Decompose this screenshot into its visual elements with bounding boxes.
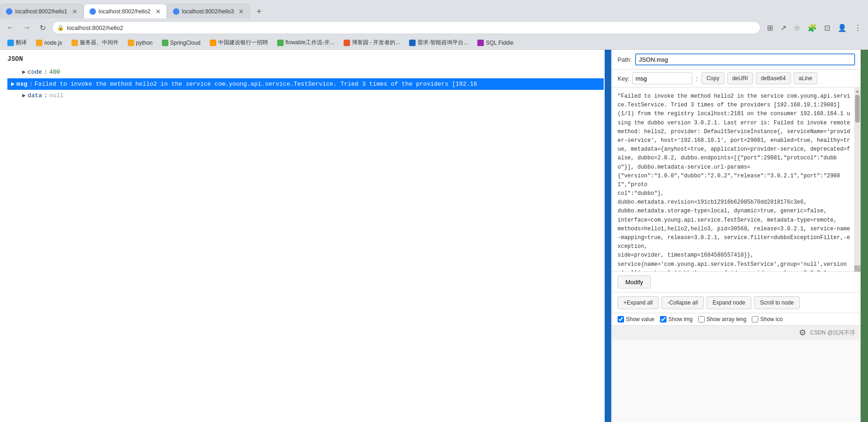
address-bar[interactable]: 🔒 localhost:8002/hello2 bbox=[52, 21, 761, 34]
bookmark-label-cnblogs: 博客园 - 开发者的... bbox=[352, 39, 400, 47]
path-row: Path: bbox=[612, 50, 861, 70]
bookmark-label-python: python bbox=[136, 40, 153, 46]
modify-button[interactable]: Modify bbox=[618, 275, 651, 288]
bookmark-python[interactable]: python bbox=[124, 39, 156, 47]
url-display: localhost:8002/hello2 bbox=[67, 24, 755, 31]
translate-icon-btn[interactable]: ⊞ bbox=[764, 22, 776, 34]
bookmark-nodejs[interactable]: node.js bbox=[32, 39, 66, 47]
key-input[interactable] bbox=[632, 72, 692, 84]
bookmark-sqlfiddle[interactable]: SQL Fiddle bbox=[474, 39, 517, 47]
tab-label-3: localhost:8002/hello3 bbox=[182, 8, 234, 15]
tab-hello1[interactable]: localhost:8002/hello1 ✕ bbox=[0, 4, 83, 18]
reload-button[interactable]: ↻ bbox=[37, 22, 48, 34]
tab-favicon-2 bbox=[89, 8, 96, 15]
tab-bar: localhost:8002/hello1 ✕ localhost:8002/h… bbox=[0, 0, 868, 18]
back-button[interactable]: ← bbox=[4, 22, 17, 34]
deuri-button[interactable]: deURI bbox=[727, 72, 753, 84]
bookmark-needs[interactable]: 需求-智能咨询平台... bbox=[405, 38, 472, 47]
path-label: Path: bbox=[618, 56, 631, 63]
debase64-button[interactable]: deBase64 bbox=[756, 72, 791, 84]
collapse-all-button[interactable]: -Collapse all bbox=[661, 296, 704, 309]
bookmark-favicon-translate bbox=[7, 40, 14, 46]
bookmark-server[interactable]: 服务器、中间件 bbox=[68, 38, 122, 47]
bookmarks-bar: 翻译 node.js 服务器、中间件 python SpringCloud 中国… bbox=[0, 37, 868, 50]
expand-row: +Expand all -Collapse all Expand node Sc… bbox=[612, 293, 861, 313]
option-show-value[interactable]: Show value bbox=[618, 316, 654, 322]
address-bar-actions: ⊞ ↗ ☆ 🧩 ⊡ 👤 ⋮ bbox=[764, 22, 864, 34]
scroll-to-node-button[interactable]: Scroll to node bbox=[754, 296, 800, 309]
profile-btn[interactable]: 👤 bbox=[835, 22, 850, 34]
msg-expand-arrow[interactable]: ▶ bbox=[11, 80, 15, 89]
right-edge-bar bbox=[861, 50, 868, 422]
show-array-leng-checkbox[interactable] bbox=[698, 316, 705, 322]
bookmark-favicon-flowable bbox=[277, 40, 284, 46]
modify-row: Modify bbox=[612, 272, 861, 293]
tab-label-1: localhost:8002/hello1 bbox=[15, 8, 67, 15]
data-expand-arrow[interactable]: ▶ bbox=[22, 91, 26, 100]
option-show-img[interactable]: Show img bbox=[660, 316, 693, 322]
tab-hello2[interactable]: localhost:8002/hello2 ✕ bbox=[83, 4, 167, 18]
aline-button[interactable]: aLine bbox=[794, 72, 817, 84]
more-btn[interactable]: ⋮ bbox=[851, 22, 864, 34]
tab-close-3[interactable]: ✕ bbox=[238, 8, 244, 15]
path-input[interactable] bbox=[635, 53, 855, 65]
scroll-thumb[interactable] bbox=[855, 95, 860, 123]
code-key: code bbox=[28, 68, 42, 77]
json-row-msg[interactable]: ▶ msg : Failed to invoke the method hell… bbox=[7, 78, 604, 90]
copy-button[interactable]: Copy bbox=[702, 72, 725, 84]
key-separator: : bbox=[696, 75, 698, 82]
bookmark-favicon-sqlfiddle bbox=[477, 40, 484, 46]
gear-icon[interactable]: ⚙ bbox=[799, 328, 806, 338]
bookmark-favicon-nodejs bbox=[36, 40, 42, 46]
value-scrollbar[interactable]: ▲ ▼ bbox=[854, 88, 861, 272]
json-panel-title: JSON bbox=[7, 55, 604, 63]
lock-icon: 🔒 bbox=[57, 24, 64, 31]
scroll-up[interactable]: ▲ bbox=[855, 88, 860, 93]
bookmark-label-springcloud: SpringCloud bbox=[170, 40, 201, 46]
data-value: null bbox=[49, 91, 64, 100]
bookmark-btn[interactable]: ☆ bbox=[791, 22, 803, 34]
extensions-btn[interactable]: 🧩 bbox=[805, 22, 820, 34]
show-ico-label: Show ico bbox=[760, 316, 783, 322]
bookmark-label-needs: 需求-智能咨询平台... bbox=[417, 39, 468, 47]
tab-close-1[interactable]: ✕ bbox=[72, 8, 77, 15]
bookmark-favicon-springcloud bbox=[162, 40, 168, 46]
value-display: "Failed to invoke the method hello2 in t… bbox=[612, 88, 861, 272]
option-show-ico[interactable]: Show ico bbox=[752, 316, 783, 322]
expand-all-button[interactable]: +Expand all bbox=[618, 296, 659, 309]
code-expand-arrow[interactable]: ▶ bbox=[22, 68, 26, 77]
browser-chrome: localhost:8002/hello1 ✕ localhost:8002/h… bbox=[0, 0, 868, 50]
bookmark-ccb[interactable]: 中国建设银行一招聘 bbox=[206, 38, 272, 47]
bottom-bar: ⚙ CSDN @沉河不浮 bbox=[612, 325, 861, 340]
show-value-label: Show value bbox=[626, 316, 654, 322]
bookmark-translate[interactable]: 翻译 bbox=[4, 38, 30, 47]
bookmark-favicon-cnblogs bbox=[344, 40, 350, 46]
bookmark-flowable[interactable]: flowable工作流-开... bbox=[273, 38, 338, 47]
tab-close-2[interactable]: ✕ bbox=[155, 8, 161, 15]
bookmark-label-ccb: 中国建设银行一招聘 bbox=[218, 39, 268, 47]
options-row: Show value Show img Show array leng Show… bbox=[612, 313, 861, 325]
bookmark-springcloud[interactable]: SpringCloud bbox=[158, 39, 204, 47]
option-show-array-leng[interactable]: Show array leng bbox=[698, 316, 747, 322]
json-row-data: ▶ data : null bbox=[7, 90, 604, 102]
bookmark-favicon-python bbox=[128, 40, 134, 46]
show-img-label: Show img bbox=[668, 316, 693, 322]
forward-button[interactable]: → bbox=[20, 22, 33, 34]
show-array-leng-label: Show array leng bbox=[707, 316, 747, 322]
expand-node-button[interactable]: Expand node bbox=[707, 296, 751, 309]
json-panel: JSON ▶ code : 400 ▶ msg : Failed to invo… bbox=[0, 50, 612, 422]
tab-hello3[interactable]: localhost:8002/hello3 ✕ bbox=[167, 4, 250, 18]
tab-label-2: localhost:8002/hello2 bbox=[99, 8, 151, 15]
show-value-checkbox[interactable] bbox=[618, 316, 624, 322]
bookmark-favicon-needs bbox=[409, 40, 416, 46]
sidebar-btn[interactable]: ⊡ bbox=[821, 22, 833, 34]
msg-key: msg bbox=[17, 80, 27, 89]
resize-handle[interactable]: ⋱ bbox=[854, 265, 861, 272]
share-btn[interactable]: ↗ bbox=[778, 22, 789, 34]
code-value: 400 bbox=[49, 68, 60, 77]
show-ico-checkbox[interactable] bbox=[752, 316, 758, 322]
bookmark-favicon-server bbox=[71, 40, 78, 46]
show-img-checkbox[interactable] bbox=[660, 316, 666, 322]
new-tab-button[interactable]: + bbox=[252, 5, 266, 18]
bookmark-cnblogs[interactable]: 博客园 - 开发者的... bbox=[340, 38, 404, 47]
